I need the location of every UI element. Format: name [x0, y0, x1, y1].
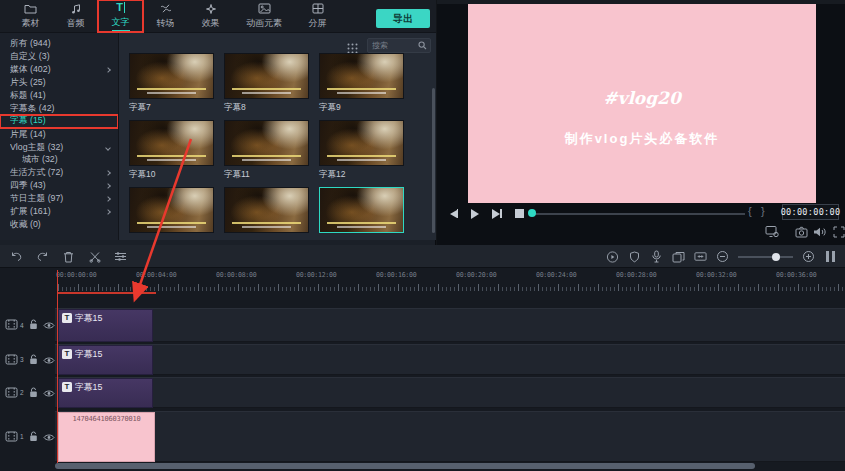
tab-audio[interactable]: 音频 [53, 0, 98, 32]
undo-icon[interactable] [10, 250, 23, 263]
marker-shield-icon[interactable] [628, 250, 641, 263]
sidebar-item-label: 扩展 (161) [10, 206, 106, 218]
template-thumbnail-1[interactable]: 字幕8 [224, 53, 309, 113]
tab-transitions[interactable]: 转场 [143, 0, 188, 32]
sidebar-item-label: 节日主题 (97) [10, 193, 106, 205]
track-options-icon[interactable] [824, 250, 837, 263]
redo-icon[interactable] [36, 250, 49, 263]
sidebar-item-label: 片头 (25) [10, 77, 110, 89]
timeline-ruler[interactable]: 00:00:00:0000:00:04:0000:00:08:0000:00:1… [55, 270, 845, 293]
sidebar-item-0[interactable]: 所有 (944) [0, 38, 118, 51]
template-thumbnail-3[interactable]: 字幕10 [129, 120, 214, 180]
template-thumbnail-0[interactable]: 字幕7 [129, 53, 214, 113]
track-lane-4[interactable]: T字幕15 [55, 308, 845, 342]
lock-icon[interactable] [29, 384, 38, 402]
thumbnail-label: 字幕12 [319, 166, 404, 181]
track-lane-3[interactable]: T字幕15 [55, 344, 845, 375]
display-settings-icon[interactable] [765, 224, 779, 237]
mixer-icon[interactable] [672, 250, 685, 263]
render-preview-icon[interactable] [606, 250, 619, 263]
thumbnail-image [319, 120, 404, 166]
tab-media[interactable]: 素材 [8, 0, 53, 32]
zoom-in-icon[interactable] [802, 250, 815, 263]
track-lane-1[interactable]: 14704641060370010 [55, 411, 845, 462]
template-thumbnail-7[interactable] [224, 187, 309, 235]
timeline-zoom-slider[interactable] [738, 251, 793, 263]
split-screen-icon [312, 2, 324, 15]
thumbnail-caption-line [327, 222, 395, 225]
mark-in-icon[interactable]: { [748, 205, 752, 217]
split-scissors-icon[interactable] [88, 250, 101, 263]
grid-view-icon[interactable] [347, 40, 359, 52]
text-clip[interactable]: T字幕15 [58, 309, 153, 342]
template-thumbnail-6[interactable] [129, 187, 214, 235]
sidebar-item-14[interactable]: 收藏 (0) [0, 218, 118, 231]
template-thumbnail-4[interactable]: 字幕11 [224, 120, 309, 180]
export-button[interactable]: 导出 [376, 9, 430, 28]
sidebar-item-6[interactable]: 字幕 (15) [0, 115, 118, 128]
mark-out-icon[interactable]: } [761, 205, 765, 217]
sidebar-item-8[interactable]: Vlog主题 (32) [0, 141, 118, 154]
volume-icon[interactable] [813, 224, 827, 237]
preview-subtitle-text: 制作vlog片头必备软件 [565, 130, 720, 148]
sidebar-item-3[interactable]: 片头 (25) [0, 77, 118, 90]
preview-canvas[interactable]: #vlog20 制作vlog片头必备软件 [468, 4, 816, 203]
lock-icon[interactable] [29, 428, 38, 446]
lock-icon[interactable] [29, 351, 38, 369]
previous-frame-button[interactable] [448, 208, 460, 219]
ruler-timestamp: 00:00:24:00 [536, 271, 576, 279]
sidebar-item-5[interactable]: 字幕条 (42) [0, 102, 118, 115]
fullscreen-icon[interactable] [833, 224, 845, 237]
stop-button[interactable] [513, 208, 525, 219]
preview-seek-handle[interactable] [528, 209, 536, 217]
play-button[interactable] [469, 208, 481, 219]
template-thumbnail-5[interactable]: 字幕12 [319, 120, 404, 180]
record-voiceover-icon[interactable] [650, 250, 663, 263]
eye-icon[interactable] [43, 384, 55, 402]
text-clip[interactable]: T字幕15 [58, 345, 153, 375]
transport-controls: { } 00:00:00:00 [437, 203, 845, 223]
ruler-timestamp: 00:00:32:00 [696, 271, 736, 279]
snapshot-camera-icon[interactable] [795, 224, 809, 237]
timeline-toolbar-left [10, 245, 127, 268]
sidebar-item-4[interactable]: 标题 (41) [0, 90, 118, 103]
text-badge-icon: T [62, 382, 72, 392]
sidebar-item-1[interactable]: 自定义 (3) [0, 51, 118, 64]
zoom-to-fit-icon[interactable] [694, 250, 707, 263]
thumbnail-caption-line2 [337, 92, 387, 94]
track-lane-2[interactable]: T字幕15 [55, 377, 845, 408]
text-clip[interactable]: T字幕15 [58, 378, 153, 408]
eye-icon[interactable] [43, 351, 55, 369]
category-sidebar: 所有 (944)自定义 (3)媒体 (402)片头 (25)标题 (41)字幕条… [0, 33, 118, 240]
next-frame-button[interactable] [491, 208, 503, 219]
template-thumbnail-2[interactable]: 字幕9 [319, 53, 404, 113]
preview-seek-bar[interactable] [535, 213, 745, 215]
search-input[interactable] [368, 41, 418, 50]
track-number: 1 [20, 433, 24, 440]
timeline-scrollbar[interactable] [55, 463, 755, 469]
lock-icon[interactable] [29, 316, 38, 334]
sidebar-item-2[interactable]: 媒体 (402) [0, 64, 118, 77]
sidebar-item-9[interactable]: 城市 (32) [0, 154, 118, 167]
media-clip[interactable]: 14704641060370010 [58, 412, 155, 462]
delete-trash-icon[interactable] [62, 250, 75, 263]
zoom-out-icon[interactable] [716, 250, 729, 263]
playhead[interactable] [57, 270, 59, 463]
sidebar-item-11[interactable]: 四季 (43) [0, 180, 118, 193]
library-scrollbar[interactable] [432, 88, 435, 233]
sidebar-item-13[interactable]: 扩展 (161) [0, 206, 118, 219]
tab-label: 效果 [202, 17, 220, 30]
advanced-edit-icon[interactable] [114, 250, 127, 263]
template-thumbnail-8[interactable] [319, 187, 404, 235]
eye-icon[interactable] [43, 428, 55, 446]
ruler-timestamp: 00:00:04:00 [136, 271, 176, 279]
tab-animation-elements[interactable]: 动画元素 [233, 0, 295, 32]
tab-effects[interactable]: 效果 [188, 0, 233, 32]
eye-icon[interactable] [43, 316, 55, 334]
sidebar-item-10[interactable]: 生活方式 (72) [0, 167, 118, 180]
tab-split-screen[interactable]: 分屏 [295, 0, 340, 32]
sidebar-item-7[interactable]: 片尾 (14) [0, 128, 118, 141]
zoom-slider-handle[interactable] [772, 253, 780, 261]
sidebar-item-12[interactable]: 节日主题 (97) [0, 193, 118, 206]
tab-text[interactable]: T 文字 [98, 0, 143, 32]
